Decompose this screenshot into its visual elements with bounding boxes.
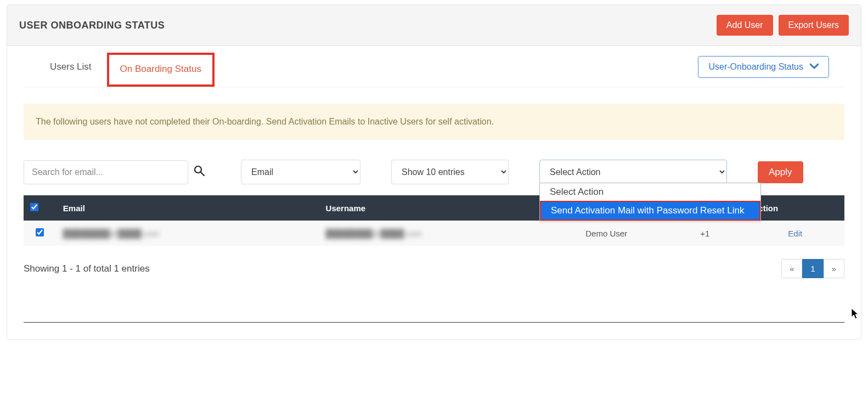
page-prev[interactable]: «	[781, 259, 802, 278]
select-all-checkbox[interactable]	[30, 203, 38, 211]
search-input[interactable]	[24, 160, 188, 184]
content-area: The following users have not completed t…	[7, 87, 861, 289]
apply-button[interactable]: Apply	[758, 161, 803, 183]
header-email: Email	[57, 195, 319, 221]
pagination: « 1 »	[781, 259, 844, 278]
row-fullname: Demo User	[549, 221, 663, 246]
row-checkbox-cell	[24, 221, 57, 246]
controls-row: Email Show 10 entries Select Action Sele…	[24, 160, 844, 184]
entries-select[interactable]: Show 10 entries	[391, 160, 509, 184]
footer-row: Showing 1 - 1 of total 1 entries « 1 »	[24, 259, 844, 278]
page-title: USER ONBOARDING STATUS	[19, 20, 165, 31]
export-users-button[interactable]: Export Users	[779, 15, 849, 36]
row-username: ████████@████.com	[319, 221, 549, 246]
action-select-wrap: Select Action Select Action Send Activat…	[539, 160, 727, 184]
row-email: ████████@████.com	[57, 221, 319, 246]
add-user-button[interactable]: Add User	[717, 15, 773, 36]
table-row: ████████@████.com ████████@████.com Demo…	[24, 221, 844, 246]
chevron-down-icon	[810, 62, 819, 72]
header-buttons: Add User Export Users	[717, 15, 849, 36]
tab-onboarding-status[interactable]: On Boarding Status	[107, 53, 215, 87]
tabs-row: Users List On Boarding Status User-Onboa…	[24, 53, 844, 87]
info-banner: The following users have not completed t…	[24, 104, 844, 140]
panel-header: USER ONBOARDING STATUS Add User Export U…	[7, 5, 861, 46]
svg-point-0	[195, 166, 201, 173]
action-dropdown-menu: Select Action Send Activation Mail with …	[539, 183, 761, 221]
action-option-select[interactable]: Select Action	[540, 183, 760, 201]
action-select[interactable]: Select Action	[539, 160, 727, 184]
page-1[interactable]: 1	[802, 259, 823, 278]
divider	[24, 322, 844, 323]
search-icon[interactable]	[194, 165, 205, 179]
header-checkbox-cell	[24, 195, 57, 221]
filter-select[interactable]: Email	[241, 160, 360, 184]
row-checkbox[interactable]	[36, 228, 44, 236]
status-dropdown[interactable]: User-Onboarding Status	[698, 56, 829, 78]
page-next[interactable]: »	[824, 259, 844, 278]
panel-body: Users List On Boarding Status User-Onboa…	[7, 53, 861, 323]
showing-text: Showing 1 - 1 of total 1 entries	[24, 263, 150, 274]
row-action: Edit	[746, 221, 844, 246]
tabs: Users List On Boarding Status	[39, 53, 215, 87]
action-option-send-activation[interactable]: Send Activation Mail with Password Reset…	[540, 201, 760, 221]
user-onboarding-panel: USER ONBOARDING STATUS Add User Export U…	[7, 4, 861, 340]
status-dropdown-label: User-Onboarding Status	[708, 62, 803, 72]
svg-line-1	[201, 172, 204, 176]
row-phone: +1	[664, 221, 746, 246]
search-wrap	[24, 160, 205, 184]
header-username: Username	[319, 195, 549, 221]
edit-link[interactable]: Edit	[788, 229, 802, 238]
tab-users-list[interactable]: Users List	[39, 53, 103, 87]
